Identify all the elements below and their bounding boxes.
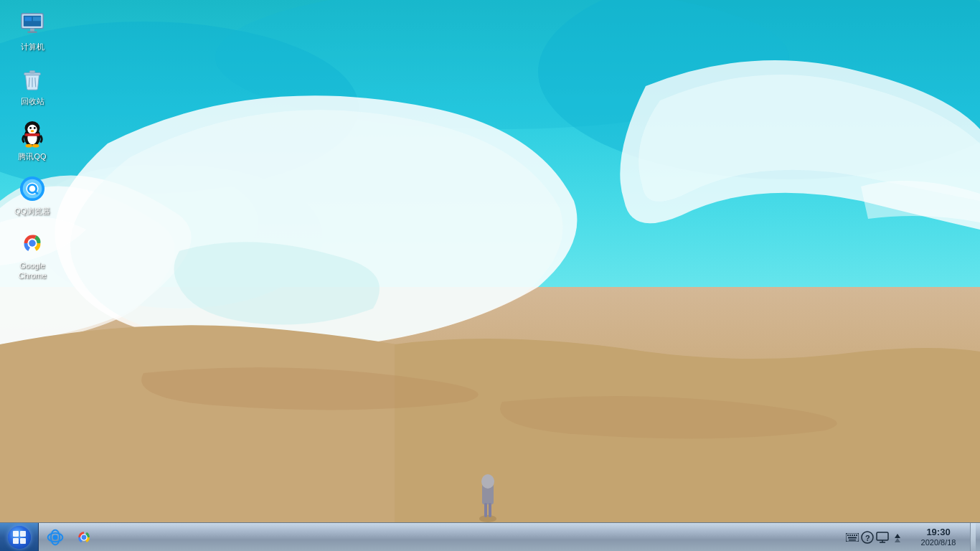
chrome-icon-label: Google Chrome — [18, 260, 46, 281]
svg-rect-63 — [877, 532, 888, 540]
start-button[interactable] — [0, 523, 39, 552]
tray-display-icon[interactable] — [876, 531, 889, 544]
desktop-icon-qqbrowser[interactable]: QQ浏览器 — [7, 171, 57, 219]
desktop-icon-computer[interactable]: 计算机 — [7, 7, 57, 55]
tray-expand-icon[interactable] — [891, 531, 904, 544]
svg-rect-45 — [13, 538, 19, 544]
svg-rect-10 — [484, 503, 487, 517]
svg-rect-58 — [856, 534, 857, 536]
tray-icons: ? — [843, 531, 907, 544]
desktop-icon-chrome[interactable]: Google Chrome — [7, 226, 57, 284]
taskbar-pinned-icons — [39, 523, 100, 552]
clock-date: 2020/8/18 — [921, 538, 956, 547]
svg-point-7 — [479, 515, 496, 522]
svg-rect-55 — [849, 534, 851, 536]
svg-rect-33 — [25, 133, 40, 136]
svg-rect-57 — [854, 534, 855, 536]
qq-icon-label: 腾讯QQ — [18, 151, 46, 161]
svg-point-34 — [26, 143, 33, 147]
tray-help-icon[interactable]: ? — [861, 531, 874, 544]
desktop-icon-recycle[interactable]: 回收站 — [7, 62, 57, 109]
svg-rect-20 — [29, 71, 35, 73]
tray-keyboard-icon[interactable] — [846, 531, 859, 544]
computer-icon-label: 计算机 — [21, 42, 44, 52]
svg-rect-18 — [27, 32, 37, 33]
taskbar-chrome-icon[interactable] — [70, 524, 98, 550]
svg-point-31 — [34, 127, 36, 129]
clock-area[interactable]: 19:30 2020/8/18 — [910, 523, 967, 552]
start-orb — [8, 526, 31, 549]
chrome-icon — [18, 229, 47, 258]
qqbrowser-icon — [18, 174, 47, 203]
svg-rect-43 — [13, 531, 19, 537]
clock-time: 19:30 — [926, 527, 950, 538]
svg-rect-15 — [25, 17, 32, 22]
svg-point-42 — [29, 240, 36, 247]
svg-rect-54 — [847, 534, 849, 536]
svg-rect-44 — [20, 531, 26, 537]
svg-rect-16 — [33, 17, 41, 22]
svg-rect-56 — [852, 534, 853, 536]
svg-rect-11 — [489, 503, 491, 517]
svg-point-50 — [53, 534, 58, 540]
svg-point-35 — [32, 143, 39, 147]
svg-rect-59 — [848, 537, 857, 538]
svg-marker-66 — [895, 534, 900, 538]
desktop-icons-container: 计算机 回收站 — [7, 7, 57, 284]
svg-point-32 — [31, 130, 34, 132]
desktop-icon-qq[interactable]: 腾讯QQ — [7, 117, 57, 164]
qqbrowser-icon-label: QQ浏览器 — [14, 206, 50, 216]
qq-icon — [18, 120, 47, 149]
show-desktop-button[interactable] — [970, 523, 976, 552]
svg-point-52 — [82, 534, 87, 540]
svg-point-9 — [481, 474, 494, 489]
svg-text:?: ? — [865, 534, 870, 542]
desktop-background — [0, 0, 980, 522]
taskbar-ie-icon[interactable] — [42, 524, 69, 550]
svg-rect-46 — [20, 538, 26, 544]
system-tray: ? 19:30 2020/8/18 — [839, 523, 980, 552]
svg-point-30 — [29, 127, 32, 129]
recycle-icon — [18, 65, 47, 93]
taskbar: ? 19:30 2020/8/18 — [0, 522, 980, 551]
recycle-icon-label: 回收站 — [21, 96, 44, 106]
svg-marker-67 — [895, 538, 900, 542]
svg-point-27 — [27, 124, 37, 133]
svg-rect-60 — [849, 540, 856, 541]
computer-icon — [18, 10, 47, 39]
desktop: 计算机 回收站 — [0, 0, 980, 522]
